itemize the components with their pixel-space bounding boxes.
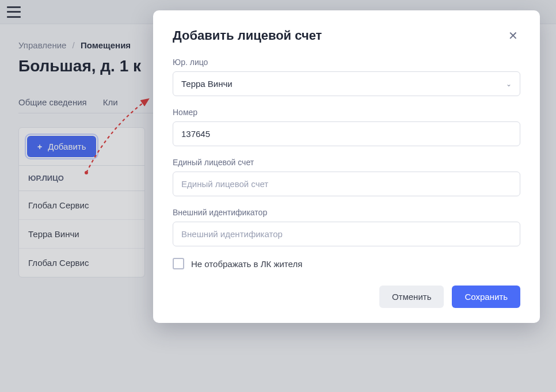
cancel-button[interactable]: Отменить <box>379 286 444 308</box>
hide-checkbox-label: Не отображать в ЛК жителя <box>191 259 302 269</box>
modal-title: Добавить лицевой счет <box>173 28 322 43</box>
hide-checkbox-row: Не отображать в ЛК жителя <box>173 258 520 269</box>
entity-value: Терра Винчи <box>181 79 233 89</box>
field-unified: Единый лицевой счет <box>173 158 520 196</box>
number-input[interactable] <box>173 121 520 146</box>
field-external-id: Внешний идентификатор <box>173 208 520 246</box>
hide-checkbox[interactable] <box>173 258 184 269</box>
unified-input[interactable] <box>173 172 520 196</box>
unified-label: Единый лицевой счет <box>173 158 520 167</box>
external-id-input[interactable] <box>173 222 520 246</box>
modal-header: Добавить лицевой счет ✕ <box>173 28 520 44</box>
close-icon[interactable]: ✕ <box>506 28 520 44</box>
entity-label: Юр. лицо <box>173 58 520 67</box>
field-entity: Юр. лицо Терра Винчи ⌄ <box>173 58 520 96</box>
field-number: Номер <box>173 108 520 146</box>
add-account-modal: Добавить лицевой счет ✕ Юр. лицо Терра В… <box>153 10 540 323</box>
entity-select[interactable]: Терра Винчи ⌄ <box>173 71 520 96</box>
number-label: Номер <box>173 108 520 117</box>
save-button[interactable]: Сохранить <box>452 286 520 308</box>
chevron-down-icon: ⌄ <box>506 80 512 88</box>
external-id-label: Внешний идентификатор <box>173 208 520 217</box>
modal-footer: Отменить Сохранить <box>173 286 520 308</box>
